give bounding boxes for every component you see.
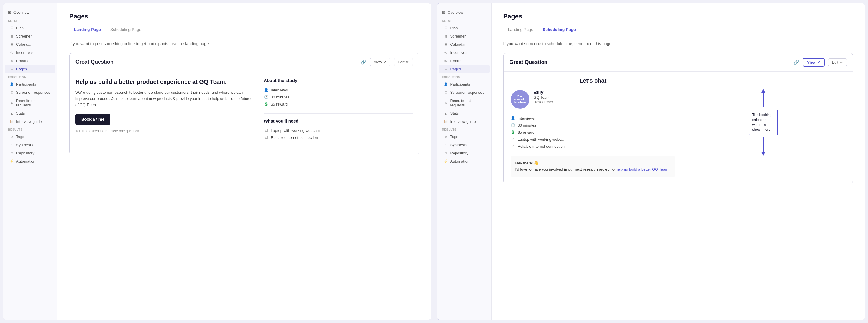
sidebar-item-plan[interactable]: ☰ Plan [5,24,56,32]
sidebar-item-interview-guide[interactable]: 📋 Interview guide [5,118,56,125]
overview-icon-2: ⊞ [442,10,445,15]
sidebar-item-automation[interactable]: ⚡ Automation [5,157,56,165]
sidebar-item-repository-2[interactable]: □ Repository [439,149,490,157]
view-button[interactable]: View ↗ [370,58,391,66]
chat-section: Hey there! 👋 I'd love to have you involv… [511,156,675,177]
card-logo: Great Question [75,59,114,65]
scheduling-panel: ⊞ Overview Setup ☰ Plan ▦ Screener ▣ Cal… [437,3,865,320]
sidebar-item-overview-2[interactable]: ⊞ Overview [437,8,491,17]
sidebar-item-incentives[interactable]: ◎ Incentives [5,49,56,57]
researcher-team: GQ Team [534,95,553,100]
tab-landing-page-2[interactable]: Landing Page [503,25,538,35]
sched-check-icon-2: ☑ [511,144,516,149]
card-body-text: We're doing customer research to better … [75,90,254,108]
sidebar-item-repository[interactable]: □ Repository [5,149,56,157]
edit-button-2[interactable]: Edit ✏ [828,58,847,66]
sidebar-item-pages-2[interactable]: ▭ Pages [439,65,490,73]
sched-person-icon: 👤 [511,116,516,121]
sidebar-item-screener-responses-2[interactable]: ◫ Screener responses [439,89,490,96]
sidebar-item-plan-2[interactable]: ☰ Plan [439,24,490,32]
divider [264,114,413,114]
synthesis-icon-2: ⋮ [444,143,448,147]
sidebar-item-screener[interactable]: ▦ Screener [5,32,56,40]
tab-landing-page[interactable]: Landing Page [69,25,105,35]
edit-pencil-icon: ✏ [406,60,409,64]
arrow-head-up [761,89,765,93]
sidebar-item-stats[interactable]: ▲ Stats [5,109,56,117]
calendar-col: The booking calendar widget is shown her… [681,77,846,177]
card-actions-2: 🔗 View ↗ Edit ✏ [794,58,847,67]
card-logo-2: Great Question [509,59,548,65]
screener-responses-icon-2: ◫ [444,91,448,95]
about-item-duration: 🕐 30 minutes [264,94,413,100]
arrow-up-group [761,89,765,107]
sidebar-item-participants-2[interactable]: 👤 Participants [439,80,490,88]
card-headline: Help us build a better product experienc… [75,78,254,86]
tab-scheduling-page[interactable]: Scheduling Page [105,25,146,35]
interview-guide-icon: 📋 [10,120,14,124]
sidebar-item-recruitment-2[interactable]: ◈ Recruitment requests [439,97,490,109]
tab-scheduling-page-2[interactable]: Scheduling Page [538,25,581,35]
repository-icon-2: □ [444,151,448,155]
arrow-down-group [761,137,765,156]
book-time-button[interactable]: Book a time [75,114,110,125]
sidebar-item-stats-2[interactable]: ▲ Stats [439,109,490,117]
card-body: Help us build a better product experienc… [69,71,419,154]
sidebar-item-overview[interactable]: ⊞ Overview [3,8,57,17]
researcher-section: Yourwonderfulface here Billy GQ Team Res… [511,90,675,109]
edit-pencil-icon-2: ✏ [840,60,843,64]
sidebar-item-pages[interactable]: ▭ Pages [5,65,56,73]
link-icon-2[interactable]: 🔗 [794,60,799,65]
sidebar-item-automation-2[interactable]: ⚡ Automation [439,157,490,165]
tags-icon: ◇ [10,135,14,139]
sched-about-interviews: 👤 Interviews [511,115,675,122]
recruitment-icon-2: ◈ [444,101,448,105]
pages-icon: ▭ [10,67,14,71]
about-title: About the study [264,78,413,83]
edit-button[interactable]: Edit ✏ [394,58,413,66]
arrow-head-down [761,152,765,156]
sidebar-item-incentives-2[interactable]: ◎ Incentives [439,49,490,57]
sidebar-item-screener-2[interactable]: ▦ Screener [439,32,490,40]
sched-needs-internet: ☑ Reliable internet connection [511,143,675,150]
sidebar-item-emails-2[interactable]: ✉ Emails [439,57,490,65]
card-footer-text: You'll be asked to complete one question… [75,129,254,133]
sidebar-item-emails[interactable]: ✉ Emails [5,57,56,65]
sched-about-reward: 💲 $5 reward [511,129,675,136]
sidebar-item-recruitment[interactable]: ◈ Recruitment requests [5,97,56,109]
about-items-list: 👤 Interviews 🕐 30 minutes 💲 $5 reward [264,87,413,107]
synthesis-icon: ⋮ [10,143,14,147]
sidebar-item-tags[interactable]: ◇ Tags [5,133,56,141]
preview-card-landing: Great Question 🔗 View ↗ Edit ✏ Help us b… [69,53,419,154]
link-icon[interactable]: 🔗 [361,59,366,65]
sidebar-item-interview-guide-2[interactable]: 📋 Interview guide [439,118,490,125]
results-section-label-2: Results [437,126,491,132]
lets-chat-heading: Let's chat [511,77,675,84]
preview-card-scheduling: Great Question 🔗 View ↗ Edit ✏ Let's [503,53,853,184]
external-link-icon: ↗ [383,60,386,64]
sidebar-item-calendar-2[interactable]: ▣ Calendar [439,40,490,49]
chat-link[interactable]: help us build a better GQ Team. [616,167,670,171]
sched-check-icon-1: ☑ [511,137,516,141]
sidebar-item-calendar[interactable]: ▣ Calendar [5,40,56,49]
incentives-icon: ◎ [10,51,14,55]
sidebar-item-synthesis[interactable]: ⋮ Synthesis [5,141,56,149]
scheduling-about-list: 👤 Interviews 🕐 30 minutes 💲 $5 reward [511,115,675,150]
card-header-2: Great Question 🔗 View ↗ Edit ✏ [504,53,853,71]
needs-item-webcam: ☑ Laptop with working webcam [264,127,413,134]
tabs-bar: Landing Page Scheduling Page [69,25,419,35]
sidebar-item-synthesis-2[interactable]: ⋮ Synthesis [439,141,490,149]
check-box-icon-2: ☑ [264,135,269,140]
sidebar-item-participants[interactable]: 👤 Participants [5,80,56,88]
arrow-line-up [763,93,764,107]
view-button-2[interactable]: View ↗ [803,58,824,67]
main-content-left: Pages Landing Page Scheduling Page If yo… [58,3,431,320]
main-content-right: Pages Landing Page Scheduling Page If yo… [492,3,865,320]
scheduling-body: Let's chat Yourwonderfulface here Billy … [504,71,853,183]
sidebar-item-tags-2[interactable]: ◇ Tags [439,133,490,141]
automation-icon-2: ⚡ [444,159,448,164]
external-link-icon-2: ↗ [817,60,820,64]
sidebar-item-screener-responses[interactable]: ◫ Screener responses [5,89,56,96]
tab-description-2: If you want someone to schedule time, se… [503,41,853,46]
card-header: Great Question 🔗 View ↗ Edit ✏ [69,53,419,71]
